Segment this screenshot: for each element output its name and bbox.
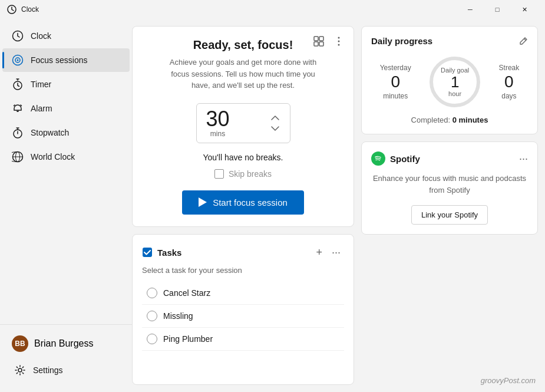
sidebar-item-clock-label: Clock xyxy=(31,31,51,41)
progress-stats: Yesterday 0 minutes Daily goal 1 hour xyxy=(371,55,528,108)
sidebar-item-alarm[interactable]: Alarm xyxy=(2,97,130,120)
goal-label: Daily goal xyxy=(441,67,469,74)
completed-prefix: Completed: xyxy=(411,116,452,124)
titlebar-left: Clock xyxy=(7,5,39,14)
tasks-more-button[interactable]: ··· xyxy=(328,244,344,261)
app-body: Clock Focus sessions xyxy=(0,19,545,392)
focus-resize-button[interactable] xyxy=(311,34,326,49)
svg-point-9 xyxy=(18,368,22,372)
task-radio-1[interactable] xyxy=(147,288,157,298)
stopwatch-icon xyxy=(12,127,24,139)
sidebar-item-worldclock[interactable]: World Clock xyxy=(2,145,130,169)
goal-circle: Daily goal 1 hour xyxy=(428,55,481,108)
svg-rect-11 xyxy=(319,37,323,41)
tasks-add-button[interactable]: + xyxy=(312,244,326,261)
breaks-message: You'll have no breaks. xyxy=(203,153,283,162)
goal-inner: Daily goal 1 hour xyxy=(441,67,469,98)
settings-icon xyxy=(14,364,26,376)
progress-header: Daily progress xyxy=(371,36,528,46)
worldclock-icon xyxy=(12,151,24,163)
svg-point-4 xyxy=(17,60,19,61)
spotify-card: Spotify ··· Enhance your focus with musi… xyxy=(361,141,538,235)
start-focus-label: Start focus session xyxy=(213,197,288,207)
spotify-link-label: Link your Spotify xyxy=(421,210,478,219)
spotify-header: Spotify ··· xyxy=(371,151,528,166)
completed-text: Completed: 0 minutes xyxy=(371,116,528,124)
sidebar-item-focus[interactable]: Focus sessions xyxy=(2,48,130,72)
streak-label: Streak xyxy=(499,64,520,72)
sidebar-item-worldclock-label: World Clock xyxy=(31,152,75,162)
sidebar-item-stopwatch-label: Stopwatch xyxy=(31,128,69,137)
streak-unit: days xyxy=(501,92,516,100)
focus-card-toolbar xyxy=(311,34,346,49)
svg-rect-13 xyxy=(319,42,323,46)
focus-card-subtitle: Achieve your goals and get more done wit… xyxy=(161,57,326,91)
progress-edit-button[interactable] xyxy=(518,37,528,46)
yesterday-unit: minutes xyxy=(383,92,408,100)
main-content: Ready, set, focus! Achieve your goals an… xyxy=(132,19,545,392)
task-label-3: Ping Plumber xyxy=(163,334,213,344)
task-item[interactable]: Ping Plumber xyxy=(142,328,344,351)
tasks-subtitle: Select a task for your session xyxy=(142,266,344,275)
play-icon xyxy=(199,197,207,207)
titlebar-title: Clock xyxy=(21,5,39,14)
yesterday-label: Yesterday xyxy=(380,64,411,72)
tasks-card: Tasks + ··· Select a task for your sessi… xyxy=(132,234,354,386)
sidebar: Clock Focus sessions xyxy=(0,19,132,392)
settings-label: Settings xyxy=(33,365,63,375)
minimize-button[interactable]: ─ xyxy=(457,0,484,19)
task-item[interactable]: Missling xyxy=(142,305,344,328)
sidebar-item-settings[interactable]: Settings xyxy=(5,358,127,382)
sidebar-nav: Clock Focus sessions xyxy=(0,24,132,324)
spotify-more-button[interactable]: ··· xyxy=(519,153,528,165)
task-radio-2[interactable] xyxy=(147,311,157,321)
center-panel: Ready, set, focus! Achieve your goals an… xyxy=(132,26,354,385)
user-profile[interactable]: BB Brian Burgess xyxy=(2,330,130,358)
time-unit: mins xyxy=(206,130,230,138)
svg-point-14 xyxy=(338,37,340,39)
yesterday-stat: Yesterday 0 minutes xyxy=(380,64,411,101)
tasks-list: Cancel Starz Missling Ping Plumber xyxy=(142,282,344,351)
focus-more-button[interactable] xyxy=(331,34,346,49)
maximize-button[interactable]: □ xyxy=(484,0,511,19)
svg-point-16 xyxy=(338,44,340,46)
timer-icon xyxy=(12,78,24,90)
sidebar-item-timer[interactable]: Timer xyxy=(2,73,130,96)
focus-card-title: Ready, set, focus! xyxy=(193,38,293,52)
sidebar-item-stopwatch[interactable]: Stopwatch xyxy=(2,121,130,144)
spotify-link-button[interactable]: Link your Spotify xyxy=(411,205,488,225)
clock-icon xyxy=(12,30,24,42)
svg-rect-10 xyxy=(314,37,318,41)
tasks-title-area: Tasks xyxy=(142,247,312,258)
yesterday-value: 0 xyxy=(391,73,400,91)
spotify-brand: Spotify xyxy=(371,151,420,166)
time-increase-button[interactable] xyxy=(270,114,280,122)
svg-point-15 xyxy=(338,41,340,42)
streak-value: 0 xyxy=(504,73,514,91)
task-radio-3[interactable] xyxy=(147,334,157,344)
skip-breaks-checkbox[interactable] xyxy=(214,169,224,179)
close-button[interactable]: ✕ xyxy=(511,0,538,19)
time-decrease-button[interactable] xyxy=(270,124,280,133)
focus-icon xyxy=(12,54,24,66)
spotify-brand-name: Spotify xyxy=(390,154,420,164)
avatar: BB xyxy=(12,335,28,352)
time-number: 30 xyxy=(206,108,230,130)
time-picker: 30 mins xyxy=(196,103,290,143)
spotify-description: Enhance your focus with music and podcas… xyxy=(371,173,528,196)
focus-card: Ready, set, focus! Achieve your goals an… xyxy=(132,26,354,227)
task-label-1: Cancel Starz xyxy=(163,288,210,298)
tasks-header: Tasks + ··· xyxy=(142,244,344,261)
start-focus-button[interactable]: Start focus session xyxy=(182,190,304,215)
titlebar: Clock ─ □ ✕ xyxy=(0,0,545,19)
clock-small-icon xyxy=(7,5,16,14)
sidebar-item-clock[interactable]: Clock xyxy=(2,24,130,48)
time-arrows xyxy=(270,114,280,133)
task-label-2: Missling xyxy=(163,311,193,321)
sidebar-item-alarm-label: Alarm xyxy=(31,104,52,113)
task-item[interactable]: Cancel Starz xyxy=(142,282,344,305)
sidebar-item-focus-label: Focus sessions xyxy=(31,55,87,65)
tasks-actions: + ··· xyxy=(312,244,344,261)
completed-value: 0 minutes xyxy=(452,116,488,124)
skip-breaks-container: Skip breaks xyxy=(214,169,272,179)
